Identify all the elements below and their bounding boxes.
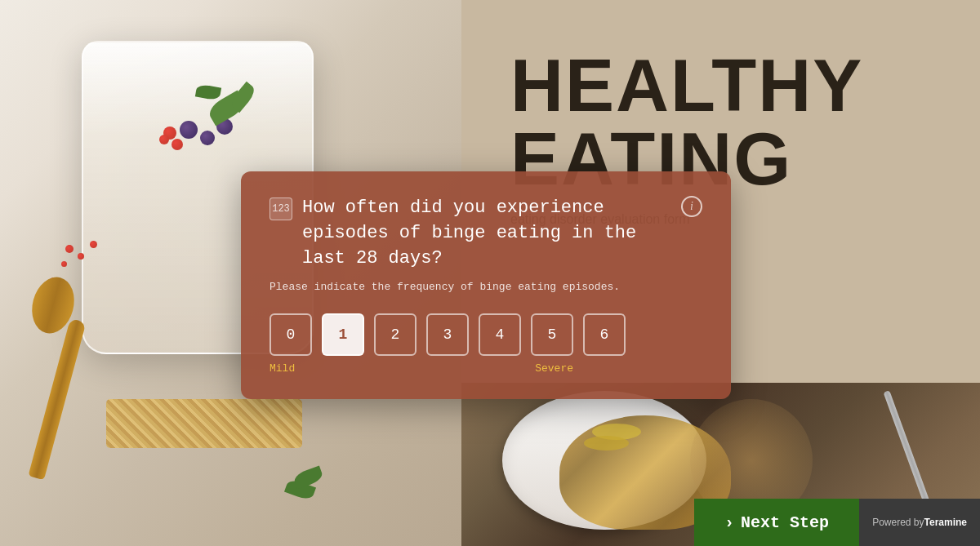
blueberry-1 [180,121,198,139]
title-line1: HEALTHY [510,49,931,122]
bowl-shape [502,391,706,530]
scatter-4 [61,261,67,267]
question-type-icon: 123 [270,198,292,220]
granola [106,399,302,448]
banana-slice-2 [584,436,629,451]
option-3[interactable]: 3 [426,313,469,356]
bottom-action-bar: › Next Step Powered by Teramine [694,499,980,546]
option-1[interactable]: 1 [322,313,364,356]
modal-overlay: 123 How often did you experience episode… [241,171,731,399]
scatter-3 [90,241,97,248]
scatter-2 [78,253,84,260]
next-step-button[interactable]: › Next Step [694,499,859,546]
next-step-label: Next Step [741,513,829,532]
mint-3 [195,84,221,101]
redberry-2 [172,139,183,150]
modal-question-text: How often did you experience episodes of… [302,196,681,271]
label-severe: Severe [535,362,573,375]
option-5[interactable]: 5 [531,313,573,356]
powered-by-area: Powered by Teramine [859,499,980,546]
modal-header: 123 How often did you experience episode… [270,196,702,271]
powered-by-brand: Teramine [924,517,967,528]
blueberry-2 [200,131,215,145]
wooden-spoon [28,318,86,480]
modal-icon-text: 123 How often did you experience episode… [270,196,681,271]
info-icon[interactable]: i [681,196,702,217]
powered-by-label: Powered by [872,517,924,528]
label-mild: Mild [270,362,295,375]
option-2[interactable]: 2 [374,313,416,356]
option-6[interactable]: 6 [583,313,626,356]
number-options-row: 0 1 2 3 4 5 6 [270,313,702,356]
next-arrow-icon: › [724,513,734,532]
redberry-3 [159,135,169,144]
modal-subtitle: Please indicate the frequency of binge e… [270,281,702,293]
scale-labels: Mild Severe [270,362,573,375]
option-0[interactable]: 0 [270,313,312,356]
option-4[interactable]: 4 [479,313,521,356]
scatter-1 [65,245,74,253]
